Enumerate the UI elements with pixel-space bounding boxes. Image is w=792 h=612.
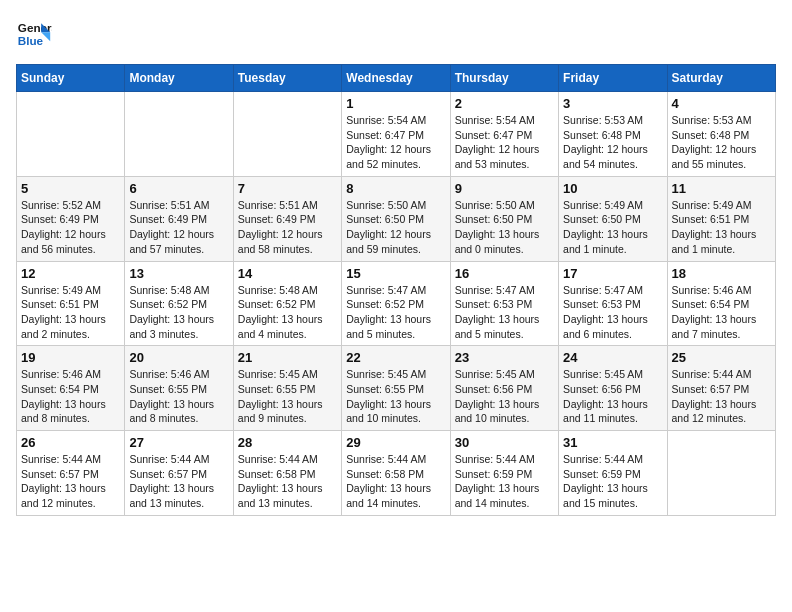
day-info: Sunrise: 5:51 AM Sunset: 6:49 PM Dayligh… <box>129 198 228 257</box>
calendar-cell: 8Sunrise: 5:50 AM Sunset: 6:50 PM Daylig… <box>342 176 450 261</box>
calendar-cell: 29Sunrise: 5:44 AM Sunset: 6:58 PM Dayli… <box>342 431 450 516</box>
day-number: 27 <box>129 435 228 450</box>
day-number: 12 <box>21 266 120 281</box>
day-number: 29 <box>346 435 445 450</box>
day-number: 10 <box>563 181 662 196</box>
day-info: Sunrise: 5:44 AM Sunset: 6:57 PM Dayligh… <box>672 367 771 426</box>
day-number: 11 <box>672 181 771 196</box>
calendar-cell: 4Sunrise: 5:53 AM Sunset: 6:48 PM Daylig… <box>667 92 775 177</box>
calendar-cell: 22Sunrise: 5:45 AM Sunset: 6:55 PM Dayli… <box>342 346 450 431</box>
day-info: Sunrise: 5:53 AM Sunset: 6:48 PM Dayligh… <box>563 113 662 172</box>
day-number: 1 <box>346 96 445 111</box>
calendar-cell: 31Sunrise: 5:44 AM Sunset: 6:59 PM Dayli… <box>559 431 667 516</box>
day-number: 31 <box>563 435 662 450</box>
day-info: Sunrise: 5:46 AM Sunset: 6:54 PM Dayligh… <box>21 367 120 426</box>
day-number: 5 <box>21 181 120 196</box>
page-header: General Blue <box>16 16 776 52</box>
calendar-cell: 18Sunrise: 5:46 AM Sunset: 6:54 PM Dayli… <box>667 261 775 346</box>
calendar-cell: 19Sunrise: 5:46 AM Sunset: 6:54 PM Dayli… <box>17 346 125 431</box>
logo-icon: General Blue <box>16 16 52 52</box>
day-info: Sunrise: 5:45 AM Sunset: 6:55 PM Dayligh… <box>238 367 337 426</box>
day-info: Sunrise: 5:51 AM Sunset: 6:49 PM Dayligh… <box>238 198 337 257</box>
day-header-saturday: Saturday <box>667 65 775 92</box>
day-info: Sunrise: 5:44 AM Sunset: 6:57 PM Dayligh… <box>21 452 120 511</box>
day-info: Sunrise: 5:53 AM Sunset: 6:48 PM Dayligh… <box>672 113 771 172</box>
calendar-cell: 16Sunrise: 5:47 AM Sunset: 6:53 PM Dayli… <box>450 261 558 346</box>
day-info: Sunrise: 5:49 AM Sunset: 6:50 PM Dayligh… <box>563 198 662 257</box>
calendar-cell: 11Sunrise: 5:49 AM Sunset: 6:51 PM Dayli… <box>667 176 775 261</box>
day-info: Sunrise: 5:50 AM Sunset: 6:50 PM Dayligh… <box>455 198 554 257</box>
day-number: 8 <box>346 181 445 196</box>
logo: General Blue <box>16 16 52 52</box>
day-info: Sunrise: 5:48 AM Sunset: 6:52 PM Dayligh… <box>129 283 228 342</box>
calendar-cell <box>17 92 125 177</box>
day-info: Sunrise: 5:44 AM Sunset: 6:59 PM Dayligh… <box>455 452 554 511</box>
calendar-cell: 12Sunrise: 5:49 AM Sunset: 6:51 PM Dayli… <box>17 261 125 346</box>
day-header-tuesday: Tuesday <box>233 65 341 92</box>
day-number: 17 <box>563 266 662 281</box>
day-number: 19 <box>21 350 120 365</box>
day-number: 26 <box>21 435 120 450</box>
calendar-cell: 13Sunrise: 5:48 AM Sunset: 6:52 PM Dayli… <box>125 261 233 346</box>
day-info: Sunrise: 5:44 AM Sunset: 6:59 PM Dayligh… <box>563 452 662 511</box>
calendar-cell: 3Sunrise: 5:53 AM Sunset: 6:48 PM Daylig… <box>559 92 667 177</box>
day-number: 15 <box>346 266 445 281</box>
day-number: 13 <box>129 266 228 281</box>
calendar-cell: 21Sunrise: 5:45 AM Sunset: 6:55 PM Dayli… <box>233 346 341 431</box>
day-info: Sunrise: 5:45 AM Sunset: 6:56 PM Dayligh… <box>455 367 554 426</box>
day-info: Sunrise: 5:44 AM Sunset: 6:57 PM Dayligh… <box>129 452 228 511</box>
day-number: 18 <box>672 266 771 281</box>
day-info: Sunrise: 5:47 AM Sunset: 6:52 PM Dayligh… <box>346 283 445 342</box>
day-info: Sunrise: 5:44 AM Sunset: 6:58 PM Dayligh… <box>346 452 445 511</box>
calendar-cell: 25Sunrise: 5:44 AM Sunset: 6:57 PM Dayli… <box>667 346 775 431</box>
calendar-cell: 6Sunrise: 5:51 AM Sunset: 6:49 PM Daylig… <box>125 176 233 261</box>
calendar-cell: 1Sunrise: 5:54 AM Sunset: 6:47 PM Daylig… <box>342 92 450 177</box>
day-info: Sunrise: 5:47 AM Sunset: 6:53 PM Dayligh… <box>563 283 662 342</box>
day-number: 6 <box>129 181 228 196</box>
day-number: 30 <box>455 435 554 450</box>
calendar-cell: 10Sunrise: 5:49 AM Sunset: 6:50 PM Dayli… <box>559 176 667 261</box>
day-info: Sunrise: 5:48 AM Sunset: 6:52 PM Dayligh… <box>238 283 337 342</box>
day-number: 28 <box>238 435 337 450</box>
day-info: Sunrise: 5:46 AM Sunset: 6:54 PM Dayligh… <box>672 283 771 342</box>
calendar-cell: 24Sunrise: 5:45 AM Sunset: 6:56 PM Dayli… <box>559 346 667 431</box>
calendar-cell: 23Sunrise: 5:45 AM Sunset: 6:56 PM Dayli… <box>450 346 558 431</box>
day-info: Sunrise: 5:45 AM Sunset: 6:55 PM Dayligh… <box>346 367 445 426</box>
calendar-cell <box>233 92 341 177</box>
calendar-cell: 27Sunrise: 5:44 AM Sunset: 6:57 PM Dayli… <box>125 431 233 516</box>
calendar-cell: 20Sunrise: 5:46 AM Sunset: 6:55 PM Dayli… <box>125 346 233 431</box>
day-info: Sunrise: 5:49 AM Sunset: 6:51 PM Dayligh… <box>21 283 120 342</box>
day-number: 16 <box>455 266 554 281</box>
calendar-cell: 2Sunrise: 5:54 AM Sunset: 6:47 PM Daylig… <box>450 92 558 177</box>
day-info: Sunrise: 5:45 AM Sunset: 6:56 PM Dayligh… <box>563 367 662 426</box>
day-number: 23 <box>455 350 554 365</box>
day-info: Sunrise: 5:44 AM Sunset: 6:58 PM Dayligh… <box>238 452 337 511</box>
calendar-cell: 9Sunrise: 5:50 AM Sunset: 6:50 PM Daylig… <box>450 176 558 261</box>
day-info: Sunrise: 5:49 AM Sunset: 6:51 PM Dayligh… <box>672 198 771 257</box>
calendar-table: SundayMondayTuesdayWednesdayThursdayFrid… <box>16 64 776 516</box>
day-info: Sunrise: 5:52 AM Sunset: 6:49 PM Dayligh… <box>21 198 120 257</box>
day-number: 2 <box>455 96 554 111</box>
day-header-wednesday: Wednesday <box>342 65 450 92</box>
day-header-sunday: Sunday <box>17 65 125 92</box>
day-info: Sunrise: 5:50 AM Sunset: 6:50 PM Dayligh… <box>346 198 445 257</box>
day-number: 25 <box>672 350 771 365</box>
day-number: 3 <box>563 96 662 111</box>
day-number: 21 <box>238 350 337 365</box>
calendar-cell: 28Sunrise: 5:44 AM Sunset: 6:58 PM Dayli… <box>233 431 341 516</box>
calendar-cell: 26Sunrise: 5:44 AM Sunset: 6:57 PM Dayli… <box>17 431 125 516</box>
calendar-cell <box>667 431 775 516</box>
day-info: Sunrise: 5:47 AM Sunset: 6:53 PM Dayligh… <box>455 283 554 342</box>
day-number: 9 <box>455 181 554 196</box>
day-info: Sunrise: 5:46 AM Sunset: 6:55 PM Dayligh… <box>129 367 228 426</box>
svg-text:Blue: Blue <box>18 34 44 47</box>
day-header-friday: Friday <box>559 65 667 92</box>
day-number: 4 <box>672 96 771 111</box>
day-info: Sunrise: 5:54 AM Sunset: 6:47 PM Dayligh… <box>455 113 554 172</box>
day-number: 14 <box>238 266 337 281</box>
day-number: 20 <box>129 350 228 365</box>
calendar-cell <box>125 92 233 177</box>
day-number: 22 <box>346 350 445 365</box>
calendar-cell: 7Sunrise: 5:51 AM Sunset: 6:49 PM Daylig… <box>233 176 341 261</box>
calendar-cell: 5Sunrise: 5:52 AM Sunset: 6:49 PM Daylig… <box>17 176 125 261</box>
